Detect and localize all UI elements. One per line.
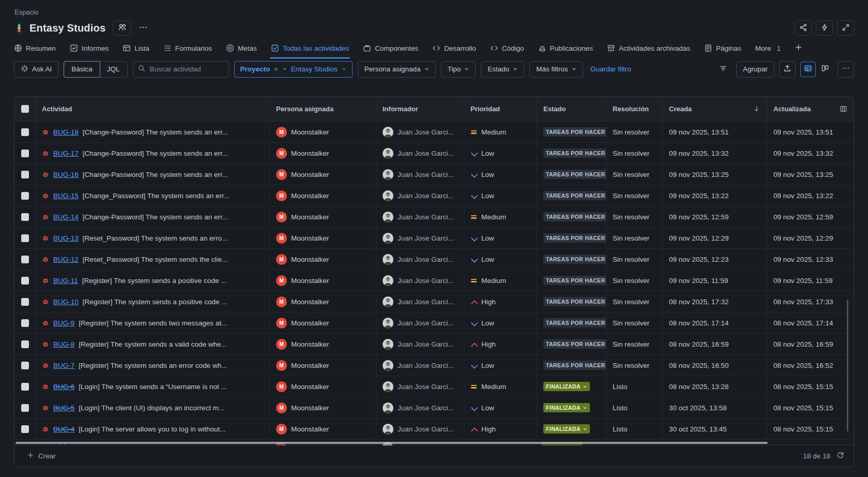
status-badge[interactable]: FINALIZADA — [543, 403, 590, 412]
assignee-cell[interactable]: MMoonstalker — [270, 419, 376, 439]
priority-cell[interactable]: Low — [464, 249, 537, 270]
status-badge[interactable]: TAREAS POR HACER — [543, 127, 606, 137]
issue-row-bug-10[interactable]: BUG-10[Register] The system sends a posi… — [14, 291, 854, 312]
column-header-creada[interactable]: Creada — [663, 97, 767, 121]
sort-filter-button[interactable] — [715, 61, 732, 78]
priority-cell[interactable]: Low — [464, 143, 537, 163]
status-badge[interactable]: FINALIZADA — [543, 424, 590, 434]
issue-summary[interactable]: [Change-Password] The system sends an er… — [83, 150, 228, 157]
row-checkbox[interactable] — [21, 234, 29, 242]
assignee-cell[interactable]: MMoonstalker — [270, 164, 376, 185]
reporter-cell[interactable]: Juan Jose Garci... — [376, 228, 464, 248]
tab-informes[interactable]: Informes — [70, 40, 109, 56]
assignee-cell[interactable]: MMoonstalker — [270, 291, 376, 312]
assignee-cell[interactable]: MMoonstalker — [270, 185, 376, 206]
create-issue-button[interactable]: Crear — [24, 451, 59, 461]
issue-key-link[interactable]: BUG-4 — [53, 425, 74, 433]
status-badge[interactable]: TAREAS POR HACER — [543, 255, 606, 264]
tab-desarrollo[interactable]: Desarrollo — [432, 40, 476, 56]
reporter-cell[interactable]: Juan Jose Garci... — [376, 334, 464, 354]
assignee-cell[interactable]: MMoonstalker — [270, 143, 376, 163]
issue-key-link[interactable]: BUG-11 — [53, 277, 78, 285]
row-checkbox[interactable] — [21, 171, 29, 178]
priority-cell[interactable]: Low — [464, 228, 537, 248]
row-checkbox[interactable] — [21, 128, 29, 136]
priority-cell[interactable]: Low — [464, 164, 537, 185]
issue-key-link[interactable]: BUG-15 — [53, 192, 79, 200]
automation-button[interactable] — [816, 20, 833, 36]
reporter-cell[interactable]: Juan Jose Garci... — [376, 397, 464, 418]
reporter-cell[interactable]: Juan Jose Garci... — [376, 249, 464, 270]
row-checkbox[interactable] — [21, 362, 29, 369]
filter-value[interactable]: Entasy Studios — [291, 65, 338, 73]
issue-key-link[interactable]: BUG-13 — [53, 234, 79, 242]
status-badge[interactable]: TAREAS POR HACER — [543, 339, 606, 349]
vertical-scrollbar-thumb[interactable] — [847, 300, 848, 431]
row-checkbox[interactable] — [21, 425, 29, 433]
row-checkbox[interactable] — [21, 404, 29, 412]
add-tab-button[interactable] — [795, 43, 802, 53]
issue-summary[interactable]: [Register] The system sends an error cod… — [79, 362, 227, 369]
status-badge[interactable]: TAREAS POR HACER — [543, 276, 606, 285]
sort-desc-icon[interactable] — [753, 105, 760, 113]
priority-cell[interactable]: High — [464, 334, 537, 354]
issue-row-bug-16[interactable]: BUG-16[Change-Password] The system sends… — [14, 164, 854, 185]
project-more-button[interactable] — [136, 23, 150, 34]
assignee-cell[interactable]: MMoonstalker — [270, 397, 376, 418]
assignee-cell[interactable]: MMoonstalker — [270, 206, 376, 227]
issue-row-bug-7[interactable]: BUG-7[Register] The system sends an erro… — [14, 355, 854, 376]
issue-key-link[interactable]: BUG-5 — [53, 404, 74, 412]
issue-row-bug-18[interactable]: BUG-18[Change-Password] The system sends… — [14, 122, 854, 143]
tab-lista[interactable]: Lista — [123, 40, 149, 56]
issue-summary[interactable]: [Register] The system sends two messages… — [79, 319, 227, 327]
issue-summary[interactable]: [Login] The system sends a “Username is … — [79, 383, 226, 391]
row-checkbox[interactable] — [21, 192, 29, 200]
issue-summary[interactable]: [Change-Password] The system sends an er… — [83, 213, 228, 221]
reporter-cell[interactable]: Juan Jose Garci... — [376, 164, 464, 185]
priority-cell[interactable]: High — [464, 419, 537, 439]
detail-view-button[interactable] — [817, 62, 833, 77]
column-header-estado[interactable]: Estado — [537, 97, 606, 121]
issue-key-link[interactable]: BUG-16 — [53, 171, 79, 178]
reporter-cell[interactable]: Juan Jose Garci... — [376, 291, 464, 312]
tab-todas-las-actividades[interactable]: Todas las actividades — [271, 40, 349, 56]
assignee-cell[interactable]: MMoonstalker — [270, 355, 376, 376]
issue-summary[interactable]: [Change-Password] The system sends an er… — [83, 171, 228, 178]
refresh-button[interactable] — [836, 451, 844, 460]
search-input[interactable] — [149, 65, 224, 73]
reporter-cell[interactable]: Juan Jose Garci... — [376, 122, 464, 142]
issue-row-bug-4[interactable]: BUG-4[Login] The server allows you to lo… — [14, 419, 854, 440]
priority-cell[interactable]: Low — [464, 185, 537, 206]
issue-row-bug-15[interactable]: BUG-15[Change_Password] The system sends… — [14, 185, 854, 206]
issue-row-bug-11[interactable]: BUG-11[Register] The system sends a posi… — [14, 270, 854, 291]
priority-cell[interactable]: High — [464, 291, 537, 312]
assignee-cell[interactable]: MMoonstalker — [270, 270, 376, 291]
export-button[interactable] — [779, 61, 796, 78]
reporter-cell[interactable]: Juan Jose Garci... — [376, 376, 464, 397]
priority-cell[interactable]: Low — [464, 355, 537, 376]
row-checkbox[interactable] — [21, 256, 29, 263]
column-header-prioridad[interactable]: Prioridad — [464, 97, 537, 121]
issue-row-bug-5[interactable]: BUG-5[Login] The client (UI) displays an… — [14, 397, 854, 419]
issue-row-bug-6[interactable]: BUG-6[Login] The system sends a “Usernam… — [14, 376, 854, 397]
more-options-button[interactable] — [837, 61, 854, 78]
tab-componentes[interactable]: Componentes — [363, 40, 418, 56]
tab-metas[interactable]: Metas — [226, 40, 257, 56]
issue-key-link[interactable]: BUG-8 — [53, 340, 74, 348]
status-badge[interactable]: TAREAS POR HACER — [543, 361, 606, 370]
priority-cell[interactable]: Medium — [464, 376, 537, 397]
issue-row-bug-8[interactable]: BUG-8[Register] The system sends a valid… — [14, 334, 854, 355]
issue-row-bug-13[interactable]: BUG-13[Reset_Password] The system sends … — [14, 228, 854, 249]
reporter-cell[interactable]: Juan Jose Garci... — [376, 312, 464, 333]
issue-summary[interactable]: [Change-Password] The system sends an er… — [83, 128, 228, 136]
mode-basic-button[interactable]: Básica — [64, 61, 100, 78]
project-filter-chip[interactable]: Proyecto = Entasy Studios — [234, 61, 353, 78]
column-header-actividad[interactable]: Actividad — [36, 97, 270, 121]
issue-summary[interactable]: [Reset_Password] The system sends an err… — [83, 234, 227, 242]
reporter-cell[interactable]: Juan Jose Garci... — [376, 185, 464, 206]
filter-dropdown-persona-asignada[interactable]: Persona asignada — [358, 61, 436, 78]
priority-cell[interactable]: Low — [464, 397, 537, 418]
status-badge[interactable]: TAREAS POR HACER — [543, 170, 606, 179]
row-checkbox[interactable] — [21, 150, 29, 157]
status-badge[interactable]: TAREAS POR HACER — [543, 212, 606, 221]
